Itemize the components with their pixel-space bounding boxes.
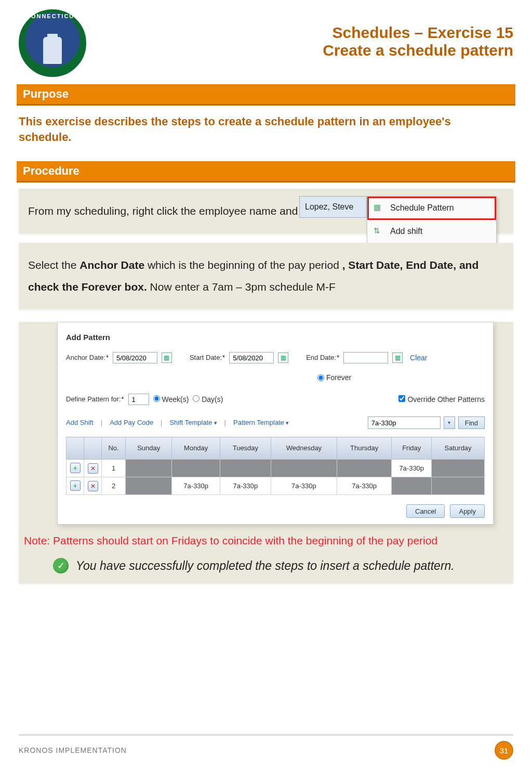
cancel-button[interactable]: Cancel (406, 504, 445, 518)
dialog-container: Add Pattern Anchor Date: ▦ Start Date: ▦… (19, 322, 513, 583)
cell-thu[interactable]: 7a-330p (337, 477, 392, 495)
end-date-label: End Date: (306, 351, 339, 364)
define-pattern-label: Define Pattern for: (66, 393, 124, 406)
col-fri: Friday (392, 437, 432, 460)
col-add (66, 437, 84, 460)
tab-add-paycode[interactable]: Add Pay Code (110, 416, 153, 429)
step2-post: Now enter a 7am – 3pm schedule M-F (150, 281, 336, 293)
menu-schedule-pattern[interactable]: ▦Schedule Pattern (367, 197, 496, 220)
col-mon: Monday (172, 437, 220, 460)
section-procedure-heading: Procedure (17, 161, 515, 183)
add-pattern-dialog: Add Pattern Anchor Date: ▦ Start Date: ▦… (57, 322, 494, 525)
menu-add-shift[interactable]: ⇅Add shift (367, 220, 496, 243)
start-date-label: Start Date: (190, 351, 225, 364)
col-sun: Sunday (126, 437, 172, 460)
table-row: + ✕ 2 7a-330p 7a-330p 7a-330p 7a-330p (66, 477, 485, 495)
cell-no: 2 (102, 477, 126, 495)
step2-pre: Select the (28, 259, 79, 271)
calendar-icon[interactable]: ▦ (278, 353, 288, 363)
tab-add-shift[interactable]: Add Shift (66, 416, 94, 429)
forever-radio[interactable] (317, 374, 324, 381)
section-purpose-heading: Purpose (17, 84, 515, 106)
cell-mon[interactable]: 7a-330p (172, 477, 220, 495)
col-tue: Tuesday (220, 437, 271, 460)
template-search-input[interactable] (368, 416, 441, 429)
weeks-option[interactable]: Week(s) (153, 392, 189, 407)
days-option[interactable]: Day(s) (193, 392, 223, 407)
col-wed: Wednesday (271, 437, 337, 460)
col-del (84, 437, 102, 460)
calendar-icon[interactable]: ▦ (392, 353, 403, 363)
cell-fri[interactable] (392, 477, 432, 495)
step2-b1: Anchor Date (79, 259, 144, 271)
cell-sun[interactable] (126, 460, 172, 477)
cell-tue[interactable] (220, 460, 271, 477)
note-text: Note: Patterns should start on Fridays t… (24, 530, 508, 552)
cell-sat[interactable] (432, 460, 485, 477)
step-2-block: Select the Anchor Date which is the begi… (19, 243, 513, 309)
find-button[interactable]: Find (458, 416, 485, 429)
override-checkbox[interactable] (398, 395, 405, 402)
cell-sun[interactable] (126, 477, 172, 495)
dialog-title: Add Pattern (66, 330, 485, 345)
anchor-date-label: Anchor Date: (66, 351, 109, 364)
footer-text: KRONOS IMPLEMENTATION (19, 746, 127, 754)
cell-wed[interactable]: 7a-330p (271, 477, 337, 495)
tab-shift-template[interactable]: Shift Template (169, 416, 217, 429)
step1-text-pre: From my scheduling, right click the empl… (28, 205, 332, 217)
cell-fri[interactable]: 7a-330p (392, 460, 432, 477)
forever-option[interactable]: Forever (317, 370, 351, 385)
shift-icon: ⇅ (374, 223, 380, 239)
table-row: + ✕ 1 7a-330p (66, 460, 485, 477)
calendar-icon[interactable]: ▦ (162, 353, 172, 363)
cell-no: 1 (102, 460, 126, 477)
success-text: You have successfully completed the step… (76, 558, 455, 574)
step2-mid1: which is the beginning of the pay period (148, 259, 339, 271)
state-seal-logo: CONNECTICUT (19, 9, 86, 77)
row-delete-button[interactable]: ✕ (88, 463, 98, 474)
cell-thu[interactable] (337, 460, 392, 477)
search-dropdown-button[interactable]: ▾ (444, 416, 455, 429)
define-pattern-input[interactable] (128, 394, 149, 405)
pattern-grid: No. Sunday Monday Tuesday Wednesday Thur… (66, 437, 485, 495)
days-radio[interactable] (193, 395, 200, 402)
tab-pattern-template[interactable]: Pattern Template (233, 416, 289, 429)
clear-link[interactable]: Clear (410, 350, 427, 365)
apply-button[interactable]: Apply (450, 504, 485, 518)
cell-mon[interactable] (172, 460, 220, 477)
col-thu: Thursday (337, 437, 392, 460)
col-sat: Saturday (432, 437, 485, 460)
seal-text: CONNECTICUT (21, 13, 84, 19)
end-date-input[interactable] (343, 352, 388, 363)
page-number: 31 (495, 741, 513, 760)
weeks-radio[interactable] (153, 395, 160, 402)
row-delete-button[interactable]: ✕ (88, 481, 98, 491)
doc-title-line1: Schedules – Exercise 15 (323, 24, 513, 42)
purpose-text: This exercise describes the steps to cre… (19, 112, 466, 154)
col-no: No. (102, 437, 126, 460)
anchor-date-input[interactable] (113, 352, 157, 363)
cell-tue[interactable]: 7a-330p (220, 477, 271, 495)
doc-title-line2: Create a schedule pattern (323, 42, 513, 59)
row-add-button[interactable]: + (70, 463, 81, 473)
start-date-input[interactable] (229, 352, 274, 363)
row-add-button[interactable]: + (70, 480, 81, 491)
cell-wed[interactable] (271, 460, 337, 477)
check-icon: ✓ (53, 558, 69, 574)
override-option[interactable]: Override Other Patterns (398, 395, 485, 403)
cell-sat[interactable] (432, 477, 485, 495)
employee-cell[interactable]: Lopez, Steve (299, 196, 367, 218)
grid-icon: ▦ (374, 200, 381, 215)
step-1-block: From my scheduling, right click the empl… (19, 189, 513, 233)
